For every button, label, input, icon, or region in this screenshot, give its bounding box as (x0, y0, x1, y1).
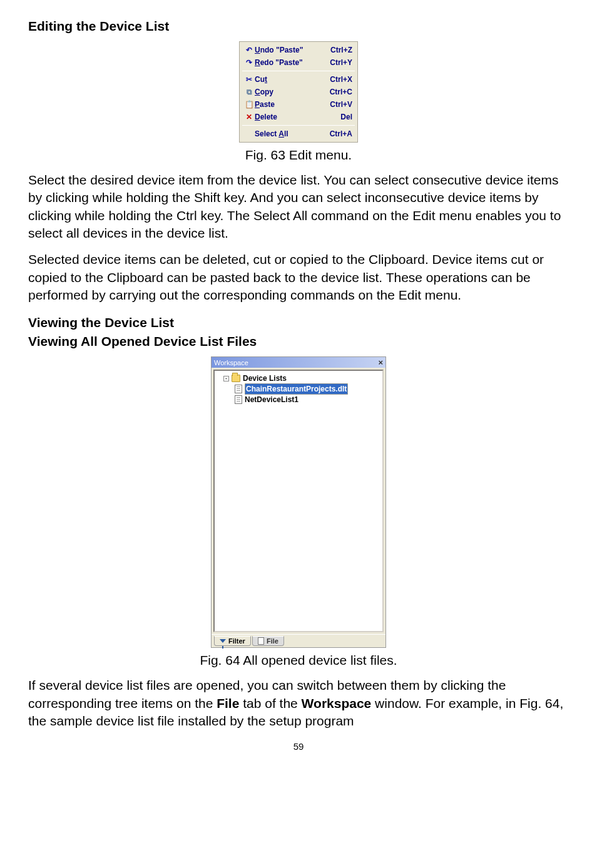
document-icon (235, 395, 242, 404)
paragraph-select-devices: Select the desired device item from the … (28, 171, 569, 242)
menu-shortcut: Ctrl+Y (324, 58, 352, 67)
workspace-tabs: Filter File (212, 634, 385, 647)
delete-icon: ✕ (243, 113, 255, 121)
filter-icon (220, 639, 226, 643)
folder-icon (232, 375, 240, 382)
menu-separator (242, 125, 355, 126)
paragraph-switch-files: If several device list files are opened,… (28, 677, 569, 730)
menu-shortcut: Ctrl+Z (324, 46, 352, 54)
tree-root-device-lists[interactable]: - Device Lists (217, 373, 380, 383)
menu-item-copy[interactable]: ⧉ Copy Ctrl+C (241, 86, 356, 98)
heading-editing-device-list: Editing the Device List (28, 19, 569, 34)
paragraph-clipboard-ops: Selected device items can be deleted, cu… (28, 251, 569, 304)
tab-file-label: File (267, 637, 278, 645)
copy-icon: ⧉ (243, 88, 255, 96)
heading-viewing-all-opened: Viewing All Opened Device List Files (28, 334, 569, 349)
menu-shortcut: Ctrl+A (324, 129, 352, 138)
menu-label: Select All (255, 129, 324, 138)
heading-viewing-device-list: Viewing the Device List (28, 315, 569, 330)
close-icon[interactable]: × (378, 358, 383, 367)
document-icon (235, 385, 242, 393)
workspace-panel: Workspace × - Device Lists ChainRestaura… (211, 356, 386, 648)
menu-item-redo[interactable]: ↷ Redo "Paste" Ctrl+Y (241, 56, 356, 69)
menu-shortcut: Ctrl+X (324, 75, 352, 84)
tab-filter-label: Filter (228, 637, 245, 645)
workspace-title-text: Workspace (214, 359, 248, 366)
page-number: 59 (28, 741, 569, 752)
menu-item-select-all[interactable]: Select All Ctrl+A (241, 128, 356, 140)
tree-item-label: NetDeviceList1 (245, 395, 298, 405)
tree-collapse-icon[interactable]: - (223, 376, 229, 381)
undo-icon: ↶ (243, 46, 255, 54)
tree-item-chain-restaurant[interactable]: ChainRestaurantProjects.dlt (217, 383, 380, 395)
figure-64-caption: Fig. 64 All opened device list files. (28, 653, 569, 668)
tab-file[interactable]: File (252, 636, 284, 646)
menu-label: Cut (255, 75, 324, 84)
figure-63-wrap: ↶ Undo "Paste" Ctrl+Z ↷ Redo "Paste" Ctr… (28, 41, 569, 143)
cut-icon: ✂ (243, 75, 255, 84)
menu-label: Delete (255, 113, 324, 121)
menu-label: Paste (255, 100, 324, 109)
figure-64-wrap: Workspace × - Device Lists ChainRestaura… (28, 354, 569, 648)
menu-item-undo[interactable]: ↶ Undo "Paste" Ctrl+Z (241, 44, 356, 56)
menu-separator (242, 71, 355, 71)
tree-root-label: Device Lists (243, 373, 287, 383)
menu-label: Redo "Paste" (255, 58, 324, 67)
menu-item-delete[interactable]: ✕ Delete Del (241, 111, 356, 123)
redo-icon: ↷ (243, 58, 255, 67)
workspace-tree: - Device Lists ChainRestaurantProjects.d… (213, 370, 384, 632)
tree-item-net-device-list[interactable]: NetDeviceList1 (217, 395, 380, 405)
menu-shortcut: Ctrl+V (324, 100, 352, 109)
workspace-titlebar: Workspace × (212, 357, 385, 368)
edit-menu: ↶ Undo "Paste" Ctrl+Z ↷ Redo "Paste" Ctr… (239, 41, 358, 143)
menu-shortcut: Ctrl+C (324, 88, 352, 96)
paste-icon: 📋 (243, 100, 255, 109)
menu-item-cut[interactable]: ✂ Cut Ctrl+X (241, 73, 356, 86)
menu-item-paste[interactable]: 📋 Paste Ctrl+V (241, 98, 356, 111)
menu-label: Copy (255, 88, 324, 96)
document-icon (258, 637, 264, 645)
menu-shortcut: Del (324, 113, 352, 121)
tree-item-label: ChainRestaurantProjects.dlt (245, 383, 348, 395)
figure-63-caption: Fig. 63 Edit menu. (28, 148, 569, 163)
menu-label: Undo "Paste" (255, 46, 324, 54)
tab-filter[interactable]: Filter (214, 636, 251, 646)
